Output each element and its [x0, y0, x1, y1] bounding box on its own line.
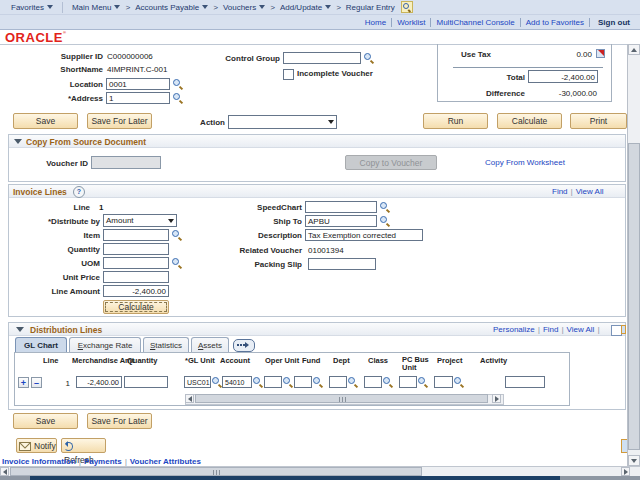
page-scroll-up-icon[interactable] [628, 44, 640, 55]
total-input[interactable]: -2,400.00 [528, 70, 598, 83]
fund-lookup-icon[interactable] [313, 377, 323, 387]
calculate-toolbar-button[interactable]: Calculate [497, 113, 562, 129]
location-lookup-icon[interactable] [173, 79, 183, 89]
pc-bus-unit-lookup-icon[interactable] [418, 377, 428, 387]
add-row-button[interactable]: + [18, 377, 29, 388]
chevron-down-icon [259, 5, 265, 9]
line-amount-input[interactable]: -2,400.00 [103, 285, 169, 297]
grid-hscroll-thumb[interactable] [195, 394, 488, 403]
use-tax-transfer-icon[interactable] [596, 49, 605, 58]
speedchart-input[interactable] [305, 201, 377, 213]
sign-out-link[interactable]: Sign out [598, 18, 630, 27]
row-dept-input[interactable] [329, 376, 347, 388]
grid-scroll-right-icon[interactable] [492, 394, 501, 403]
tab-statistics[interactable]: Statistics [143, 337, 189, 352]
add-to-favorites-link[interactable]: Add to Favorites [526, 18, 584, 27]
row-quantity-input[interactable] [124, 376, 168, 388]
ship-to-lookup-icon[interactable] [380, 216, 390, 226]
delete-row-button[interactable]: – [31, 377, 42, 388]
show-all-tabs-icon[interactable] [233, 339, 255, 352]
row-project-input[interactable] [434, 376, 453, 388]
save-for-later-button-bottom[interactable]: Save For Later [87, 413, 152, 429]
grid-scroll-left-icon[interactable] [185, 394, 194, 403]
tab-gl-chart[interactable]: GL Chart [15, 337, 67, 352]
page-scroll-left-icon[interactable] [0, 467, 9, 476]
breadcrumb-label: Vouchers [223, 3, 256, 12]
row-class-input[interactable] [364, 376, 382, 388]
help-icon[interactable]: ? [73, 186, 85, 198]
invoice-information-link[interactable]: Invoice Information [2, 457, 76, 466]
copy-from-worksheet-link[interactable]: Copy From Worksheet [485, 158, 565, 167]
multichannel-console-link[interactable]: MultiChannel Console [436, 18, 514, 27]
description-input[interactable]: Tax Exemption corrected [305, 229, 423, 241]
tab-exchange-rate[interactable]: Exchange Rate [69, 337, 141, 352]
row-merchandise-amt-input[interactable]: -2,400.00 [76, 376, 122, 388]
save-for-later-button[interactable]: Save For Later [87, 113, 152, 129]
refresh-button[interactable]: Refresh [61, 438, 106, 453]
save-button-bottom[interactable]: Save [13, 413, 78, 429]
speedchart-lookup-icon[interactable] [380, 202, 390, 212]
action-select[interactable] [228, 115, 337, 129]
row-account-input[interactable]: 54010 [222, 376, 252, 388]
save-button[interactable]: Save [13, 113, 78, 129]
page-vscroll-thumb[interactable] [628, 143, 640, 450]
control-group-input[interactable] [283, 52, 361, 64]
collapse-icon[interactable] [16, 327, 24, 332]
main-menu[interactable]: Main Menu [72, 3, 121, 12]
page-scroll-down-icon[interactable] [628, 455, 640, 466]
breadcrumb-vouchers[interactable]: Vouchers [223, 3, 265, 12]
class-lookup-icon[interactable] [383, 377, 393, 387]
copy-to-voucher-button: Copy to Voucher [345, 155, 437, 170]
control-group-lookup-icon[interactable] [364, 53, 374, 63]
notify-button[interactable]: Notify [16, 438, 57, 453]
quantity-input[interactable] [103, 243, 169, 255]
row-activity-input[interactable] [505, 376, 545, 388]
item-lookup-icon[interactable] [172, 230, 182, 240]
breadcrumb-accounts-payable[interactable]: Accounts Payable [135, 3, 208, 12]
personalize-link[interactable]: Personalize [493, 325, 535, 334]
tab-assets[interactable]: Assets [191, 337, 229, 352]
row-pc-bus-unit-input[interactable] [399, 376, 417, 388]
divider [589, 18, 590, 27]
address-input[interactable]: 1 [106, 92, 170, 104]
row-gl-unit-input[interactable]: USC01 [184, 376, 211, 388]
row-oper-unit-input[interactable] [264, 376, 282, 388]
invoice-view-all-link[interactable]: View All [576, 187, 604, 196]
address-lookup-icon[interactable] [173, 93, 183, 103]
run-button[interactable]: Run [423, 113, 488, 129]
invoice-find-link[interactable]: Find [552, 187, 568, 196]
distribution-view-all-link[interactable]: View All [567, 325, 595, 334]
zoom-grid-icon[interactable] [621, 325, 626, 334]
item-input[interactable] [103, 229, 169, 241]
worklist-link[interactable]: Worklist [397, 18, 425, 27]
page-hscroll-thumb[interactable] [10, 467, 422, 476]
search-icon[interactable] [401, 1, 413, 13]
dept-lookup-icon[interactable] [348, 377, 358, 387]
voucher-attributes-link[interactable]: Voucher Attributes [130, 457, 201, 466]
row-fund-input[interactable] [294, 376, 312, 388]
favorites-menu[interactable]: Favorites [11, 3, 53, 12]
distribute-by-select[interactable]: Amount [103, 214, 177, 227]
unit-price-label: Unit Price [30, 273, 100, 282]
packing-slip-input[interactable] [308, 258, 376, 270]
gl-unit-lookup-icon[interactable] [212, 377, 222, 387]
breadcrumb-add-update[interactable]: Add/Update [280, 3, 331, 12]
calculate-button[interactable]: Calculate [103, 300, 169, 314]
print-button[interactable]: Print [570, 113, 627, 129]
payments-link[interactable]: Payments [84, 457, 122, 466]
uom-input[interactable] [103, 257, 169, 269]
distribution-find-link[interactable]: Find [543, 325, 559, 334]
page-scroll-right-icon[interactable] [621, 467, 630, 476]
voucher-id-input [91, 156, 161, 169]
home-link[interactable]: Home [365, 18, 386, 27]
account-lookup-icon[interactable] [253, 377, 263, 387]
incomplete-voucher-checkbox[interactable] [283, 69, 294, 80]
location-input[interactable]: 0001 [106, 78, 170, 90]
breadcrumb-separator [125, 3, 130, 12]
project-lookup-icon[interactable] [454, 377, 464, 387]
oper-unit-lookup-icon[interactable] [283, 377, 293, 387]
unit-price-input[interactable] [103, 271, 169, 283]
uom-lookup-icon[interactable] [172, 258, 182, 268]
collapse-icon[interactable] [14, 139, 22, 144]
ship-to-input[interactable]: APBU [305, 215, 377, 227]
